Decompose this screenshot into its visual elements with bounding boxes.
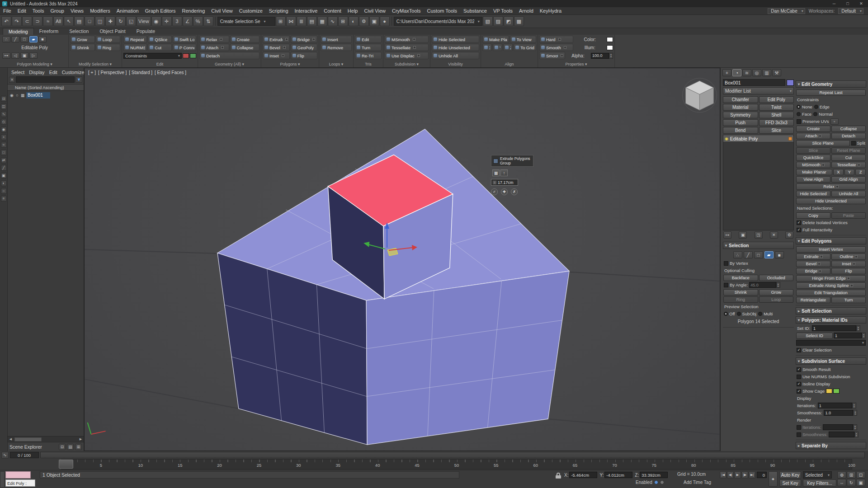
select-and-move-icon[interactable]: ✚ (105, 16, 115, 26)
collapse-button[interactable]: Collapse (230, 44, 260, 51)
use-displac-button[interactable]: Use Displac (385, 52, 429, 59)
turn-button[interactable]: Turn (355, 44, 382, 51)
border-mode-icon[interactable]: □ (754, 251, 763, 258)
viewport-label-segment[interactable]: [ Perspective ] (98, 70, 127, 75)
slice-plane-button[interactable]: Slice Plane (796, 140, 850, 146)
new-explorer-icon[interactable]: ⊞ (75, 444, 82, 450)
set-key-button[interactable]: Set Key (779, 479, 801, 487)
create-button[interactable]: Create (230, 36, 260, 43)
multi-radio[interactable]: Multi (758, 311, 773, 316)
hierarchy-tab-icon[interactable]: ≋ (742, 69, 751, 76)
value-spinner[interactable]: 1 (834, 333, 866, 338)
color-swatch[interactable] (833, 389, 840, 394)
clear-search-icon[interactable]: ✕ (9, 77, 15, 83)
modifier-stack[interactable]: ◉Editable Poly (723, 135, 794, 230)
go-to-start-icon[interactable]: |◀ (720, 471, 726, 479)
hide-selected-button[interactable]: Hide Selected (796, 191, 830, 197)
se-select-all-types-icon[interactable]: ⊡ (1, 96, 7, 102)
detach-button[interactable]: Detach (831, 133, 866, 139)
unlink-selection-icon[interactable]: ⊃ (33, 16, 42, 26)
bind-to-space-warp-icon[interactable]: ≈ (43, 16, 53, 26)
zoom-icon[interactable]: ⊕ (837, 471, 846, 479)
slice-button[interactable]: Slice (796, 147, 830, 154)
se-spacewarps-filter-icon[interactable]: ≈ (1, 142, 7, 148)
menu-item[interactable]: Views (67, 7, 87, 15)
retriangulate-button[interactable]: Retriangulate (796, 297, 830, 303)
remove-button[interactable]: Remove (321, 44, 352, 51)
transform-type-in[interactable]: Y: -4.012cm (599, 472, 632, 478)
value-spinner[interactable]: 45.0 (749, 282, 780, 288)
menu-item[interactable]: Scripting (266, 7, 292, 15)
time-ruler[interactable]: 0510152025303540455055606570758085909510… (61, 459, 852, 469)
hide-unselected-button[interactable]: Hide Unselected (432, 44, 479, 51)
copy-button[interactable]: Copy (796, 212, 830, 219)
loop-button[interactable]: Loop (96, 36, 121, 43)
explorer-search-input[interactable] (16, 76, 75, 83)
vertex-mode-icon[interactable]: ∴ (733, 251, 742, 258)
material-button[interactable]: Material (723, 104, 758, 111)
viewport-label-segment[interactable]: [ Standard ] (129, 70, 152, 75)
menu-item[interactable]: Civil View (208, 7, 236, 15)
big-box-right-face[interactable] (366, 271, 569, 445)
bevel-button[interactable]: Bevel (263, 44, 290, 51)
value-spinner[interactable]: 1.0 (824, 410, 857, 416)
paste-button[interactable]: Paste (831, 212, 866, 219)
make-unique-icon[interactable]: ◳ (755, 231, 763, 239)
explorer-horizontal-scrollbar[interactable]: ◀ ▶ (8, 436, 84, 442)
vertex-mode-icon[interactable]: ∴ (2, 36, 10, 42)
configure-modifier-sets-icon[interactable]: ⚙ (785, 231, 793, 239)
se-display-influences-icon[interactable]: ≡ (1, 196, 7, 202)
rollout-edit-geometry[interactable]: ▾Edit Geometry (796, 80, 866, 88)
menu-item[interactable]: Customize (236, 7, 266, 15)
utilities-tab-icon[interactable]: ⚒ (772, 69, 781, 76)
next-key-icon[interactable]: |▶ (741, 471, 748, 479)
macro-recorder-pane[interactable] (5, 471, 31, 479)
show-end-result-icon[interactable]: ▣ (20, 52, 28, 59)
x-button[interactable]: X (833, 169, 844, 175)
reference-coordinate-dropdown[interactable]: View (137, 16, 151, 26)
value-spinner[interactable] (829, 432, 858, 437)
attach-button[interactable]: Attach (796, 133, 830, 139)
loop-button[interactable]: Loop (759, 296, 794, 303)
inset-button[interactable]: Inset (263, 52, 290, 59)
smooth-result-checkbox[interactable]: ✓Smooth Result (796, 367, 831, 372)
backface-button[interactable]: Backface (723, 275, 758, 281)
polygon-mode-icon[interactable]: ▰ (29, 36, 38, 42)
menu-item[interactable]: Tools (29, 7, 47, 15)
remove-modifier-icon[interactable]: ✕ (770, 231, 778, 239)
flip-button[interactable]: Flip (831, 268, 866, 274)
p-connect-button[interactable]: P Connect (173, 44, 196, 51)
se-groups-filter-icon[interactable]: □ (1, 150, 7, 155)
edit-poly-button[interactable]: Edit Poly (759, 96, 794, 103)
schematic-view-icon[interactable]: ⊞ (338, 16, 348, 26)
rollout-selection[interactable]: ▾Selection (723, 242, 794, 249)
hide-selected-button[interactable]: Hide Selected (432, 36, 479, 43)
msmooth-button[interactable]: MSmooth (385, 36, 429, 43)
grow-button[interactable]: Grow (759, 289, 794, 296)
rollout-edit-polygons[interactable]: ▾Edit Polygons (796, 237, 866, 244)
window-crossing-icon[interactable]: ◫ (95, 16, 105, 26)
pin-stack-icon[interactable]: ⊶ (2, 52, 10, 59)
edge-radio[interactable]: Edge (814, 104, 830, 109)
subobj-radio[interactable]: SubObj (736, 311, 757, 316)
perspective-viewport[interactable]: [ + ][ Perspective ][ Standard ][ Edged … (84, 68, 720, 451)
preserve-uvs-checkbox[interactable]: Preserve UVs (796, 119, 830, 124)
border-mode-icon[interactable]: □ (20, 36, 28, 42)
time-slider-range[interactable]: 0 / 100 (10, 452, 39, 458)
zoom-all-icon[interactable]: ⊞ (847, 471, 856, 479)
nurms-button[interactable]: NURMS (123, 44, 147, 51)
rollout-separate-by[interactable]: ▸Separate By (796, 442, 866, 449)
grid-align-button[interactable]: Grid Align (831, 176, 866, 183)
maxscript-listener-pane[interactable]: Edit Poly : (5, 479, 35, 487)
go-to-end-icon[interactable]: ▶| (749, 471, 755, 479)
extrude-height-spinner[interactable]: ↕ 17.17cm (491, 179, 518, 186)
menu-item[interactable]: Content (321, 7, 344, 15)
object-name-field[interactable]: Box001 (723, 79, 785, 86)
edge-mode-icon[interactable]: ╱ (11, 36, 19, 42)
z-button[interactable]: Z (855, 169, 866, 175)
relax-button[interactable]: Relax (199, 36, 229, 43)
bend-button[interactable]: Bend (723, 127, 758, 134)
time-slider-handle[interactable] (59, 460, 73, 469)
se-helpers-filter-icon[interactable]: + (1, 134, 7, 140)
close-icon[interactable]: ✕ (854, 0, 868, 7)
